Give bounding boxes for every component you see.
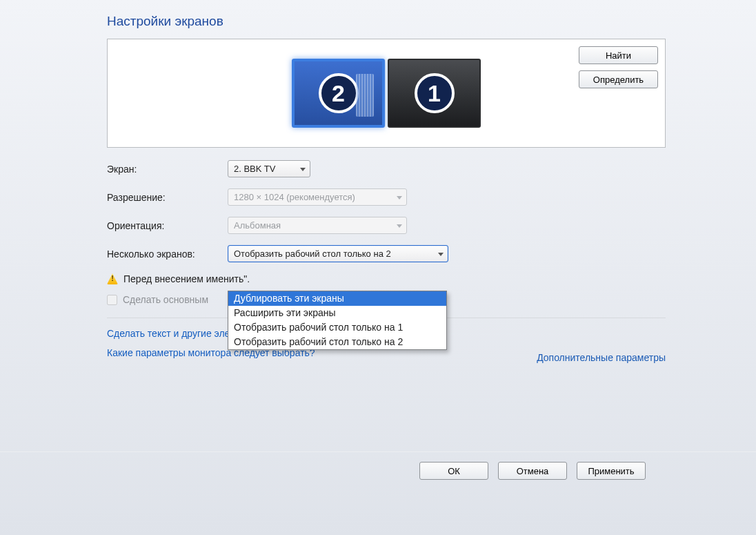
- display-combo[interactable]: 2. BBK TV: [228, 160, 310, 177]
- multi-screens-dropdown[interactable]: Дублировать эти экраны Расширить эти экр…: [228, 291, 447, 350]
- display-arrangement-box: 2 1 Найти Определить: [107, 39, 666, 148]
- apply-button[interactable]: Применить: [577, 462, 646, 480]
- monitor-2[interactable]: 2: [292, 59, 385, 128]
- multi-option-only2[interactable]: Отобразить рабочий стол только на 2: [228, 335, 446, 349]
- chevron-down-icon: [438, 253, 444, 256]
- page-title: Настройки экранов: [107, 14, 666, 29]
- make-primary-label: Сделать основным: [123, 294, 208, 305]
- monitor-number: 2: [332, 81, 345, 105]
- cancel-button[interactable]: Отмена: [498, 462, 567, 480]
- warning-text: Перед внесением именить".: [123, 273, 250, 284]
- monitor-number: 1: [428, 81, 441, 105]
- monitor-1[interactable]: 1: [388, 59, 481, 128]
- chevron-down-icon: [300, 168, 306, 171]
- display-label: Экран:: [107, 164, 228, 175]
- multi-option-only1[interactable]: Отобразить рабочий стол только на 1: [228, 320, 446, 335]
- orientation-label: Ориентация:: [107, 220, 228, 231]
- multi-screens-combo-value: Отобразить рабочий стол только на 2: [234, 249, 391, 259]
- orientation-combo: Альбомная: [228, 217, 407, 234]
- multi-option-extend[interactable]: Расширить эти экраны: [228, 306, 446, 320]
- multi-screens-label: Несколько экранов:: [107, 249, 228, 260]
- identify-button[interactable]: Определить: [579, 70, 658, 88]
- multi-screens-combo[interactable]: Отобразить рабочий стол только на 2: [228, 245, 448, 262]
- resolution-label: Разрешение:: [107, 192, 228, 203]
- resolution-combo-value: 1280 × 1024 (рекомендуется): [234, 192, 355, 202]
- warning-icon: [107, 273, 118, 284]
- resolution-combo: 1280 × 1024 (рекомендуется): [228, 188, 407, 206]
- advanced-settings-link[interactable]: Дополнительные параметры: [537, 352, 666, 363]
- ok-button[interactable]: ОК: [419, 462, 488, 480]
- find-button[interactable]: Найти: [579, 46, 658, 64]
- chevron-down-icon: [397, 196, 402, 200]
- chevron-down-icon: [397, 224, 402, 228]
- make-primary-checkbox: [107, 295, 117, 305]
- multi-option-duplicate[interactable]: Дублировать эти экраны: [228, 291, 446, 306]
- display-combo-value: 2. BBK TV: [234, 164, 275, 174]
- orientation-combo-value: Альбомная: [234, 220, 281, 231]
